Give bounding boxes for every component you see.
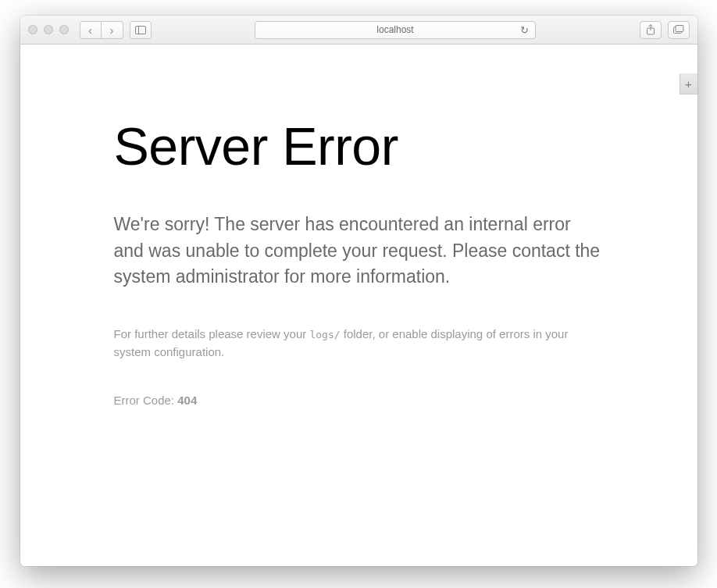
- page-content: Server Error We're sorry! The server has…: [20, 45, 697, 566]
- address-text: localhost: [376, 24, 413, 35]
- error-details: For further details please review your l…: [114, 326, 604, 361]
- error-title: Server Error: [114, 119, 604, 174]
- error-code-label: Error Code:: [114, 394, 178, 407]
- address-bar[interactable]: localhost ↻: [255, 21, 536, 39]
- svg-rect-5: [676, 26, 683, 32]
- share-icon: [646, 24, 655, 35]
- toolbar-right-group: [640, 21, 690, 39]
- share-button[interactable]: [640, 21, 662, 39]
- logs-path: logs/: [309, 329, 340, 340]
- error-details-pre: For further details please review your: [114, 327, 310, 340]
- svg-rect-0: [135, 26, 145, 34]
- back-button[interactable]: ‹: [80, 21, 102, 39]
- new-tab-button[interactable]: +: [680, 73, 697, 94]
- browser-toolbar: ‹ › localhost ↻: [20, 16, 697, 45]
- sidebar-toggle-button[interactable]: [130, 21, 152, 39]
- chevron-right-icon: ›: [110, 24, 114, 36]
- plus-icon: +: [685, 77, 692, 91]
- minimize-window-button[interactable]: [44, 25, 53, 34]
- zoom-window-button[interactable]: [59, 25, 69, 34]
- sidebar-icon: [135, 26, 146, 34]
- error-code-value: 404: [177, 394, 197, 407]
- browser-window: ‹ › localhost ↻: [20, 16, 697, 566]
- error-code-line: Error Code: 404: [114, 392, 604, 410]
- nav-button-group: ‹ ›: [80, 21, 123, 39]
- chevron-left-icon: ‹: [88, 24, 92, 36]
- window-controls: [28, 25, 69, 34]
- error-message: We're sorry! The server has encountered …: [114, 212, 604, 290]
- reload-icon[interactable]: ↻: [520, 24, 529, 36]
- close-window-button[interactable]: [28, 25, 37, 34]
- forward-button[interactable]: ›: [102, 21, 123, 39]
- address-bar-wrap: localhost ↻: [205, 21, 587, 39]
- show-tabs-button[interactable]: [668, 21, 690, 39]
- tabs-icon: [673, 25, 684, 34]
